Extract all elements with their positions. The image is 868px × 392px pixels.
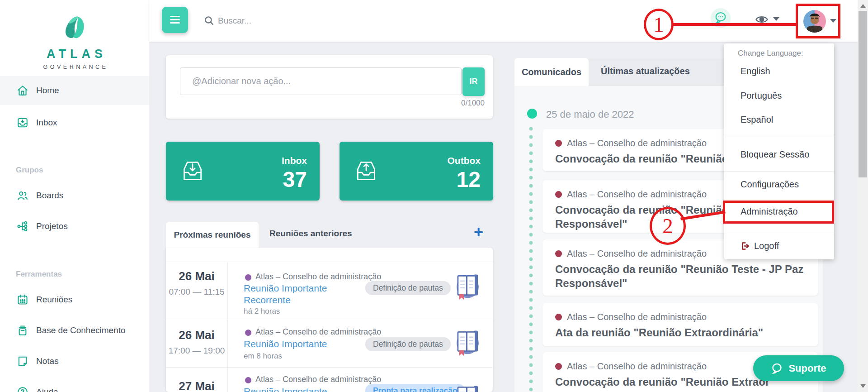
search-input[interactable] <box>218 12 462 30</box>
menu-item-logoff[interactable]: Logoff <box>741 241 779 251</box>
search-icon <box>203 15 215 28</box>
sidebar-item-boards[interactable]: Boards <box>0 183 149 208</box>
menu-item-espanol[interactable]: Español <box>741 115 773 125</box>
scrollbar-thumb[interactable] <box>859 11 867 177</box>
meeting-title-link[interactable]: Reunião Importante <box>244 283 327 294</box>
inbox-stat-card[interactable]: Inbox 37 <box>166 142 320 201</box>
sidebar-item-notas[interactable]: Notas <box>0 349 149 374</box>
stat-label: Outbox <box>448 155 481 166</box>
tab-comunicados[interactable]: Comunicados <box>514 58 589 86</box>
go-button[interactable]: IR <box>462 67 485 96</box>
meeting-date: 26 Mai <box>166 269 227 283</box>
sidebar-item-label: Projetos <box>36 221 68 231</box>
group-color-dot <box>555 140 562 147</box>
sidebar-item-label: Home <box>36 86 59 96</box>
meeting-time: 07:00 — 11:15 <box>166 287 227 297</box>
eye-caret-icon[interactable] <box>773 17 779 21</box>
app-root: ATLAS GOVERNANCE Home Inbox Grupos Board… <box>0 0 868 392</box>
annotation-number: 1 <box>653 12 664 37</box>
meeting-title-link[interactable]: Recorrente <box>244 295 291 306</box>
sidebar-item-label: Notas <box>36 356 59 366</box>
topbar <box>149 0 858 42</box>
tab-ultimas-atualizacoes[interactable]: Últimas atualizações <box>601 66 690 76</box>
timeline-dotted-line <box>529 127 533 392</box>
meeting-relative-time: há 2 horas <box>244 307 280 316</box>
feed-group-label: Atlas – Conselho de administração <box>567 249 707 259</box>
meeting-group: Atlas – Conselho de administração <box>255 375 381 384</box>
tab-label: Comunicados <box>522 67 581 77</box>
scrollbar-down-arrow[interactable] <box>860 384 866 388</box>
meeting-date-column: 26 Mai 07:00 — 11:15 <box>166 262 228 319</box>
sidebar-item-label: Boards <box>36 191 63 201</box>
people-icon <box>17 190 28 201</box>
annotation-step-1-circle: 1 <box>644 9 674 40</box>
sidebar-item-base-conhecimento[interactable]: Base de Conhecimento <box>0 318 149 343</box>
meeting-title-link[interactable]: Reunião Importante <box>244 386 327 392</box>
support-button[interactable]: Suporte <box>753 355 844 381</box>
sidebar-item-inbox[interactable]: Inbox <box>0 110 149 135</box>
sidebar-item-reunioes[interactable]: Reuniões <box>0 287 149 312</box>
note-icon <box>17 355 28 367</box>
stat-label: Inbox <box>282 155 307 166</box>
calendar-icon <box>17 294 28 306</box>
atlas-logo-icon <box>60 13 90 43</box>
help-icon <box>17 386 28 392</box>
sidebar-item-label: Base de Conhecimento <box>36 325 126 335</box>
menu-item-portugues[interactable]: Português <box>741 91 782 101</box>
logoff-icon <box>741 241 750 251</box>
status-badge: Pronta para realização <box>365 384 465 392</box>
meeting-time: 17:00 — 19:00 <box>166 346 227 356</box>
add-meeting-button[interactable]: + <box>474 223 483 242</box>
annotation-step-2-circle: 2 <box>650 207 686 245</box>
group-color-dot <box>245 377 251 383</box>
meeting-row[interactable]: 27 Mai Atlas – Conselho de administração… <box>166 367 493 392</box>
meeting-relative-time: em 8 horas <box>244 352 282 361</box>
page-scrollbar[interactable] <box>858 0 868 392</box>
feed-item-title: Convocação da reunião "Reunião Teste - J… <box>555 262 806 276</box>
inbox-icon <box>17 117 28 129</box>
feed-item-group: Atlas – Conselho de administração <box>555 312 806 322</box>
support-chat-icon <box>771 362 783 374</box>
menu-divider <box>724 137 834 137</box>
meeting-group: Atlas – Conselho de administração <box>255 272 381 282</box>
menu-toggle-button[interactable] <box>162 7 188 33</box>
tab-proximas-reunioes[interactable]: Próximas reuniões <box>166 222 259 248</box>
menu-item-english[interactable]: English <box>741 66 770 76</box>
feed-group-label: Atlas – Conselho de administração <box>567 138 707 148</box>
feed-date-header: 25 de maio de 2022 <box>546 109 634 120</box>
outbox-stat-card[interactable]: Outbox 12 <box>340 142 493 201</box>
chat-bubble-icon <box>714 11 727 24</box>
brand-subtitle: GOVERNANCE <box>0 64 149 70</box>
feed-item[interactable]: Atlas – Conselho de administração Ata da… <box>542 303 818 346</box>
scrollbar-up-arrow[interactable] <box>860 4 866 8</box>
sidebar-item-label: Ajuda <box>36 387 58 392</box>
sidebar-item-label: Reuniões <box>36 295 72 305</box>
agenda-book-icon[interactable] <box>455 272 481 300</box>
user-dropdown-menu: Change Language: English Português Españ… <box>724 43 834 259</box>
meetings-card: 26 Mai 07:00 — 11:15 Atlas – Conselho de… <box>166 248 493 392</box>
feed-item-title: Responsável" <box>555 276 806 290</box>
sidebar-section-ferramentas: Ferramentas <box>16 270 62 279</box>
annotation-box-administracao <box>723 201 834 224</box>
sidebar-item-home[interactable]: Home <box>0 76 149 105</box>
feed-item-title: Ata da reunião "Reunião Extraordinária" <box>555 325 806 339</box>
agenda-book-icon[interactable] <box>455 383 481 392</box>
menu-item-configuracoes[interactable]: Configurações <box>741 179 799 190</box>
group-color-dot <box>555 363 562 370</box>
menu-item-bloquear-sessao[interactable]: Bloquear Sessão <box>741 149 809 160</box>
group-color-dot <box>555 314 562 320</box>
brand-logo: ATLAS GOVERNANCE <box>0 13 149 70</box>
sidebar-item-projetos[interactable]: Projetos <box>0 214 149 239</box>
group-color-dot <box>245 274 251 281</box>
tab-reunioes-anteriores[interactable]: Reuniões anteriores <box>269 229 352 239</box>
status-badge: Definição de pautas <box>365 337 451 351</box>
group-color-dot <box>555 191 562 198</box>
add-action-input[interactable] <box>180 67 462 95</box>
agenda-book-icon[interactable] <box>455 328 481 356</box>
meeting-row[interactable]: 26 Mai 17:00 — 19:00 Atlas – Conselho de… <box>166 319 493 367</box>
meeting-title-link[interactable]: Reunião Importante <box>244 339 327 349</box>
sidebar-item-ajuda[interactable]: Ajuda <box>0 379 149 392</box>
meeting-date: 27 Mai <box>166 379 227 392</box>
group-color-dot <box>555 250 562 257</box>
meeting-row[interactable]: 26 Mai 07:00 — 11:15 Atlas – Conselho de… <box>166 262 493 319</box>
